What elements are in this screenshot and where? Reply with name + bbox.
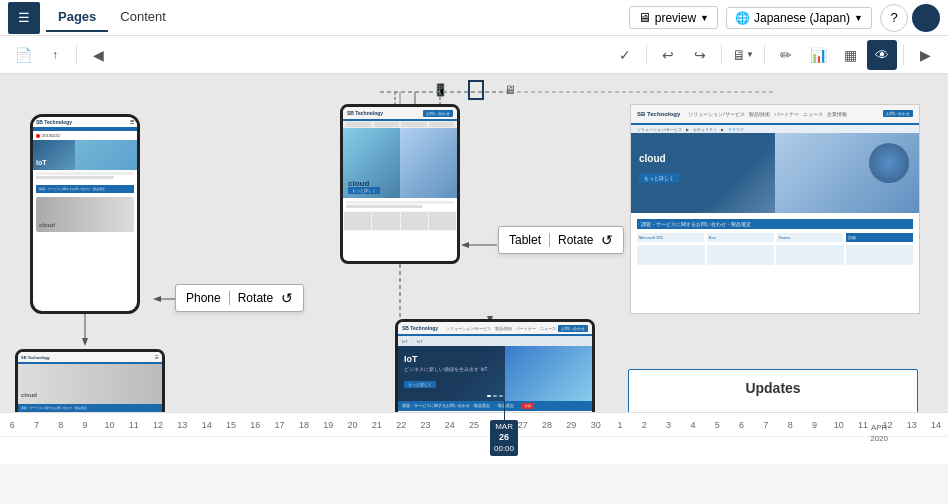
timeline-marker-time: 00:00 <box>494 444 514 454</box>
timeline-num: 11 <box>122 420 146 430</box>
timeline-num: 14 <box>924 420 948 430</box>
phone-popup-label[interactable]: Phone Rotate ↺ <box>175 284 304 312</box>
phone-logo: SB Technology <box>36 119 72 125</box>
timeline-num: 25 <box>462 420 486 430</box>
updates-title: Updates <box>643 380 903 396</box>
desktop-nav-item5: 企業情報 <box>827 111 847 117</box>
timeline-numbers: 6789101112131415161718192021222324252627… <box>0 413 948 437</box>
tablet-portrait-nav <box>343 121 457 128</box>
edit-button[interactable]: ✏ <box>771 40 801 70</box>
panel-icon: ▶ <box>920 47 931 63</box>
desktop-header: SB Technology ソリューション/サービス 製品/技術 パートナー ニ… <box>631 105 919 123</box>
new-doc-button[interactable]: 📄 <box>8 40 38 70</box>
tablet-portrait-hero: cloud もっと詳しく <box>343 128 457 198</box>
desktop-nav-item3: パートナー <box>774 111 799 117</box>
eye-button[interactable]: 👁 <box>867 40 897 70</box>
monitor-icon: 🖥 <box>638 10 651 25</box>
tablet-rotate-label: Rotate <box>558 233 593 247</box>
timeline-num: 21 <box>365 420 389 430</box>
desktop-nav-item4: ニュース <box>803 111 823 117</box>
redo-button[interactable]: ↪ <box>685 40 715 70</box>
tablet-device-icon-item[interactable] <box>468 80 484 100</box>
phone-device-label: Phone <box>186 291 221 305</box>
desktop-grid-item-2 <box>707 245 775 265</box>
desktop-link-items: Microsoft 365 Box Teams 詳細 <box>637 233 913 242</box>
check-icon: ✓ <box>619 47 631 63</box>
help-button[interactable]: ? <box>880 4 908 32</box>
toolbar-divider-4 <box>764 45 765 65</box>
phone-rotate-label: Rotate <box>238 291 273 305</box>
timeline-num: 22 <box>389 420 413 430</box>
phone2-banner: 課題・サービスに関するお問い合わせ・製品選定 <box>18 404 162 412</box>
phone2-logo: SB Technology <box>21 355 50 360</box>
phone-device-icon-item[interactable]: 📱 <box>433 83 448 97</box>
collapse-panel-button[interactable]: ◀ <box>83 40 113 70</box>
timeline-num: 18 <box>292 420 316 430</box>
toolbar-divider-5 <box>903 45 904 65</box>
upload-button[interactable]: ↑ <box>40 40 70 70</box>
phone-section: IoT <box>36 159 47 166</box>
timeline-marker-line <box>504 400 505 420</box>
check-button[interactable]: ✓ <box>610 40 640 70</box>
timeline-num: 30 <box>584 420 608 430</box>
chart-button[interactable]: 📊 <box>803 40 833 70</box>
toolbar-divider-2 <box>646 45 647 65</box>
timeline-num: 9 <box>73 420 97 430</box>
phone-date: 2019/2/22 <box>42 133 60 138</box>
desktop-grid-item-4 <box>846 245 914 265</box>
desktop-cta-btn: お問い合わせ <box>883 110 913 117</box>
timeline-num: 10 <box>97 420 121 430</box>
toolbar: 📄 ↑ ◀ ✓ ↩ ↪ 🖥 ▼ ✏ 📊 ▦ 👁 ▶ <box>0 36 948 74</box>
timeline-num: 1 <box>608 420 632 430</box>
undo-button[interactable]: ↩ <box>653 40 683 70</box>
timeline-num: 20 <box>340 420 364 430</box>
timeline-marker: MAR 26 00:00 <box>490 400 518 456</box>
timeline-num: 13 <box>900 420 924 430</box>
apr-label: APR 2020 <box>870 423 888 444</box>
timeline-num: 9 <box>802 420 826 430</box>
device-view-button[interactable]: 🖥 ▼ <box>728 40 758 70</box>
language-selector[interactable]: 🌐 Japanese (Japan) ▼ <box>726 7 872 29</box>
timeline-marker-day: 26 <box>494 432 514 444</box>
desktop-banner-top: ソリューション/サービス ▶ セキュリティ ▶ クラウド <box>631 125 919 133</box>
grid-button[interactable]: ▦ <box>835 40 865 70</box>
tablet-portrait-preview: SB Technology お問い合わせ cloud もっと詳しく <box>340 104 460 264</box>
grid-icon: ▦ <box>844 47 857 63</box>
timeline-num: 15 <box>219 420 243 430</box>
tablet-landscape-header: SB Technology ソリューション/サービス 製品/技術 パートナー ニ… <box>398 322 592 334</box>
new-doc-icon: 📄 <box>15 47 32 63</box>
collapse-icon: ◀ <box>93 47 104 63</box>
toolbar-divider-1 <box>76 45 77 65</box>
avatar[interactable] <box>912 4 940 32</box>
timeline-num: 12 <box>146 420 170 430</box>
hamburger-button[interactable]: ☰ <box>8 2 40 34</box>
phone-hero: IoT <box>33 140 137 170</box>
desktop-hero: cloud もっと詳しく <box>631 133 919 213</box>
undo-icon: ↩ <box>662 47 674 63</box>
tablet-popup-label[interactable]: Tablet Rotate ↺ <box>498 226 624 254</box>
phone-rotate-icon: ↺ <box>281 290 293 306</box>
timeline-num: 14 <box>195 420 219 430</box>
redo-icon: ↪ <box>694 47 706 63</box>
preview-button[interactable]: 🖥 preview ▼ <box>629 6 718 29</box>
timeline-num: 28 <box>535 420 559 430</box>
tab-pages[interactable]: Pages <box>46 3 108 32</box>
tab-content[interactable]: Content <box>108 3 178 32</box>
phone-content <box>33 170 137 183</box>
desktop-content: 課題・サービスに関するお問い合わせ・製品選定 Microsoft 365 Box… <box>631 213 919 271</box>
desktop-device-icon-item[interactable]: 🖥 <box>504 83 516 97</box>
timeline-marker-month: MAR <box>494 422 514 432</box>
timeline-num: 8 <box>778 420 802 430</box>
top-navigation: ☰ Pages Content 🖥 preview ▼ 🌐 Japanese (… <box>0 0 948 36</box>
hamburger-icon: ☰ <box>18 10 30 25</box>
preview-label: preview <box>655 11 696 25</box>
pencil-icon: ✏ <box>780 47 792 63</box>
desktop-nav: ソリューション/サービス 製品/技術 パートナー ニュース 企業情報 <box>688 111 847 117</box>
desktop-logo: SB Technology <box>637 111 680 117</box>
desktop-product-grid <box>637 245 913 265</box>
panel-toggle-button[interactable]: ▶ <box>910 40 940 70</box>
timeline-marker-box: MAR 26 00:00 <box>490 420 518 456</box>
eye-icon: 👁 <box>875 47 889 63</box>
tablet-landscape-hero: IoT ビジネスに新しい価値を生み出す IoT もっと詳しく <box>398 346 592 401</box>
phone-screen: SB Technology ☰ 2019/2/22 IoT <box>33 117 137 311</box>
